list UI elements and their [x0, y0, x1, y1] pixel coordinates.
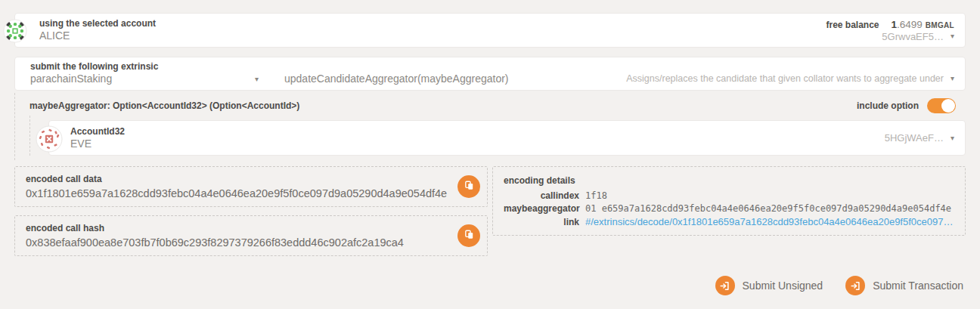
free-balance-unit: BMGAL [926, 21, 954, 29]
param-account-dropdown-trigger[interactable]: 5HGjWAeF… ▾ [885, 132, 954, 144]
method-value[interactable]: updateCandidateAggregator(maybeAggregato… [284, 73, 509, 85]
encoded-call-hash-panel: encoded call hash 0x838efaaf900ea8e703fb… [14, 215, 488, 256]
encoding-detail-row: link #/extrinsics/decode/0x1f1801e659a7a… [504, 216, 954, 227]
decode-link[interactable]: #/extrinsics/decode/0x1f1801e659a7a1628c… [585, 216, 953, 227]
copy-icon [464, 180, 475, 193]
sign-in-icon[interactable] [715, 276, 735, 295]
extrinsic-card: submit the following extrinsic parachain… [14, 57, 966, 91]
encoding-detail-row: callindex 1f18 [504, 190, 954, 201]
param-account-address-short: 5HGjWAeF… [885, 132, 944, 144]
detail-value-maybeaggregator: 01 e659a7a1628cdd93febc04a4e0646ea20e9f5… [585, 203, 951, 214]
copy-call-hash-button[interactable] [457, 224, 480, 247]
caret-down-icon[interactable]: ▾ [255, 76, 259, 83]
eve-identicon-icon[interactable] [36, 125, 63, 153]
caret-down-icon[interactable]: ▾ [951, 75, 954, 82]
sign-in-icon[interactable] [845, 276, 865, 295]
toggle-knob[interactable] [941, 99, 955, 113]
encoded-call-hash-label: encoded call hash [26, 223, 104, 233]
param-section-maybe-aggregator: maybeAggregator: Option<AccountId32> (Op… [14, 93, 966, 160]
encoding-details-panel: encoding details callindex 1f18 maybeagg… [492, 166, 966, 236]
free-balance-integer: 1 [892, 19, 898, 30]
section-value[interactable]: parachainStaking [30, 73, 112, 85]
submit-transaction-button[interactable]: Submit Transaction [845, 276, 963, 295]
selected-account-card[interactable]: using the selected account ALICE free ba… [14, 13, 966, 48]
free-balance: free balance 1.6499 BMGAL [826, 19, 954, 30]
section-select[interactable]: submit the following extrinsic parachain… [30, 61, 259, 85]
submit-transaction-label: Submit Transaction [873, 280, 963, 292]
encoded-call-data-label: encoded call data [26, 174, 102, 184]
caret-down-icon[interactable]: ▾ [951, 32, 954, 40]
submit-unsigned-label: Submit Unsigned [743, 280, 823, 292]
detail-value-callindex: 1f18 [585, 190, 607, 201]
detail-key: maybeaggregator [504, 203, 579, 214]
free-balance-fraction: .6499 [897, 19, 923, 30]
selected-account-value[interactable]: ALICE [39, 29, 156, 42]
submit-unsigned-button[interactable]: Submit Unsigned [715, 276, 823, 295]
account-address-short: 5GrwvaEF5… [882, 31, 944, 42]
method-select[interactable]: updateCandidateAggregator(maybeAggregato… [284, 61, 954, 85]
param-account-value[interactable]: EVE [70, 138, 125, 150]
encoded-call-data-value: 0x1f1801e659a7a1628cdd93febc04a4e0646ea2… [26, 187, 448, 200]
copy-call-data-button[interactable] [457, 175, 480, 198]
include-option-label: include option [857, 100, 919, 111]
extrinsic-label: submit the following extrinsic [30, 61, 259, 72]
alice-identicon-icon[interactable] [3, 19, 27, 43]
encoded-call-data-panel: encoded call data 0x1f1801e659a7a1628cdd… [14, 166, 488, 207]
selected-account-label: using the selected account [39, 18, 156, 29]
caret-down-icon[interactable]: ▾ [951, 134, 954, 142]
free-balance-label: free balance [826, 20, 879, 30]
detail-key: link [504, 217, 579, 227]
method-description: Assigns/replaces the candidate that give… [626, 73, 944, 84]
detail-key: callindex [504, 190, 579, 201]
extrinsics-page: using the selected account ALICE free ba… [0, 0, 980, 295]
copy-icon [464, 229, 475, 243]
account-dropdown-trigger[interactable]: 5GrwvaEF5… ▾ [882, 31, 954, 42]
include-option-toggle[interactable] [927, 98, 956, 113]
account-param-card[interactable]: AccountId32 EVE 5HGjWAeF… ▾ [48, 120, 966, 156]
encoding-details-label: encoding details [504, 175, 575, 186]
encoded-call-hash-value: 0x838efaaf900ea8e703fb7f0b69c293f8297379… [26, 236, 448, 249]
param-type-label: AccountId32 [70, 126, 125, 137]
param-label: maybeAggregator: Option<AccountId32> (Op… [29, 100, 299, 111]
encoding-detail-row: maybeaggregator 01 e659a7a1628cdd93febc0… [504, 203, 954, 214]
